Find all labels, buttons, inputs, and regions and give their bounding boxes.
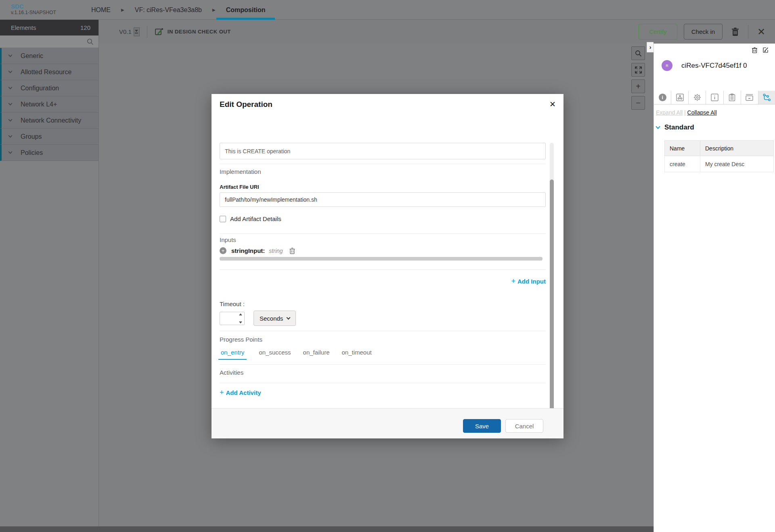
cell-name: create bbox=[665, 156, 700, 172]
canvas-search-button[interactable] bbox=[631, 46, 645, 60]
tab-composition[interactable] bbox=[671, 91, 689, 104]
delete-input-icon[interactable] bbox=[289, 248, 295, 254]
sidebar-item-groups[interactable]: Groups bbox=[0, 129, 98, 145]
inputs-section-label: Inputs bbox=[220, 236, 236, 243]
standard-section-header[interactable]: Standard bbox=[656, 123, 694, 131]
tab-settings[interactable] bbox=[689, 91, 706, 104]
certify-button[interactable]: Certify bbox=[639, 24, 677, 40]
sidebar-item-generic[interactable]: Generic bbox=[0, 48, 98, 64]
progress-tab-on-timeout[interactable]: on_timeout bbox=[341, 349, 371, 360]
modal-footer: Save Cancel bbox=[212, 408, 563, 438]
version-dropdown[interactable] bbox=[134, 27, 140, 36]
sdc-app: SDC v.1.16.1-SNAPSHOT HOME ▶ VF: ciRes-V… bbox=[0, 0, 775, 532]
spinner-down-icon[interactable] bbox=[239, 321, 242, 323]
tab-artifacts[interactable] bbox=[724, 91, 741, 104]
implementation-section-label: Implementation bbox=[220, 168, 261, 175]
canvas-fit-screen-button[interactable] bbox=[631, 63, 645, 77]
logo-title: SDC bbox=[11, 3, 56, 10]
in-design-icon bbox=[155, 27, 163, 36]
chevron-down-icon bbox=[8, 118, 13, 122]
column-header-description: Description bbox=[700, 141, 774, 156]
sidebar-item-network-l4[interactable]: Network L4+ bbox=[0, 96, 98, 113]
table-row[interactable]: create My create Desc bbox=[665, 156, 774, 172]
tab-details[interactable] bbox=[706, 91, 723, 104]
gear-icon bbox=[693, 94, 701, 101]
chevron-down-icon bbox=[8, 150, 13, 154]
elements-count: 120 bbox=[80, 24, 90, 31]
artifact-file-uri-label: Artifact File URI bbox=[220, 184, 259, 190]
operation-description-input[interactable] bbox=[220, 143, 546, 159]
search-icon bbox=[87, 38, 94, 45]
search-icon bbox=[635, 50, 642, 57]
collapse-all-link[interactable]: Collapse All bbox=[687, 109, 717, 116]
top-header: SDC v.1.16.1-SNAPSHOT HOME ▶ VF: ciRes-V… bbox=[0, 0, 775, 20]
component-title: ciRes-VFC7d45ef1f 0 bbox=[681, 62, 747, 70]
timeout-label: Timeout : bbox=[220, 300, 245, 307]
chevron-down-icon bbox=[656, 124, 660, 129]
check-in-button[interactable]: Check in bbox=[684, 24, 723, 40]
add-artifact-details-checkbox[interactable] bbox=[220, 216, 226, 222]
chevron-down-icon bbox=[8, 53, 13, 57]
panel-expander-button[interactable]: › bbox=[647, 42, 654, 52]
cancel-button[interactable]: Cancel bbox=[505, 419, 543, 433]
section-title: Standard bbox=[664, 123, 694, 131]
progress-tab-on-success[interactable]: on_success bbox=[259, 349, 291, 360]
archive-box-icon bbox=[746, 94, 753, 101]
spinner-up-icon[interactable] bbox=[239, 313, 242, 315]
sidebar-item-policies[interactable]: Policies bbox=[0, 145, 98, 161]
lifecycle-state-label: IN DESIGN CHECK OUT bbox=[168, 29, 231, 35]
save-button[interactable]: Save bbox=[463, 419, 501, 433]
breadcrumb-vf[interactable]: VF: ciRes-VFea3e3a8b bbox=[129, 0, 207, 20]
modal-title: Edit Operation bbox=[220, 100, 272, 109]
chevron-down-icon bbox=[8, 134, 13, 138]
tab-operations[interactable] bbox=[758, 91, 775, 104]
canvas-zoom-out-button[interactable]: − bbox=[631, 96, 645, 110]
breadcrumb-home[interactable]: HOME bbox=[86, 0, 116, 20]
tab-deployment[interactable] bbox=[741, 91, 758, 104]
component-details-panel: R ciRes-VFC7d45ef1f 0 i bbox=[654, 44, 775, 532]
fullscreen-icon bbox=[635, 67, 642, 73]
delete-icon[interactable] bbox=[731, 27, 739, 36]
chevron-down-icon bbox=[8, 102, 13, 106]
edit-operation-modal: Edit Operation ✕ Implementation Artifact… bbox=[212, 94, 563, 438]
expand-all-link[interactable]: Expand All bbox=[656, 109, 683, 116]
elements-search-input[interactable] bbox=[0, 35, 98, 48]
inputs-horizontal-scrollbar[interactable] bbox=[220, 257, 542, 261]
close-icon[interactable]: ✕ bbox=[547, 99, 558, 109]
sidebar-item-configuration[interactable]: Configuration bbox=[0, 80, 98, 96]
delete-component-icon[interactable] bbox=[752, 47, 757, 53]
sidebar-item-allotted-resource[interactable]: Allotted Resource bbox=[0, 64, 98, 80]
chevron-down-icon bbox=[8, 69, 13, 73]
modal-scrollbar-thumb[interactable] bbox=[550, 179, 554, 418]
logo-version: v.1.16.1-SNAPSHOT bbox=[11, 10, 56, 15]
sidebar-item-network-connectivity[interactable]: Network Connectivity bbox=[0, 113, 98, 129]
progress-tab-on-entry[interactable]: on_entry bbox=[218, 349, 247, 360]
avatar: R bbox=[662, 60, 672, 71]
cell-description: My create Desc bbox=[700, 156, 774, 172]
breadcrumb: HOME ▶ VF: ciRes-VFea3e3a8b ▶ Compositio… bbox=[86, 0, 271, 20]
clipboard-icon bbox=[729, 94, 735, 101]
artifact-file-uri-input[interactable] bbox=[220, 192, 546, 207]
input-type: string bbox=[269, 248, 283, 254]
expand-input-icon[interactable]: + bbox=[220, 247, 226, 254]
canvas-zoom-in-button[interactable]: + bbox=[631, 79, 645, 93]
workflow-icon bbox=[763, 94, 771, 101]
progress-tab-on-failure[interactable]: on_failure bbox=[303, 349, 330, 360]
breadcrumb-separator-icon: ▶ bbox=[116, 8, 129, 12]
add-artifact-details-label: Add Artifact Details bbox=[230, 215, 281, 222]
column-header-name: Name bbox=[665, 141, 700, 156]
tab-information[interactable]: i bbox=[654, 91, 671, 104]
add-input-button[interactable]: +Add Input bbox=[511, 277, 546, 286]
add-activity-button[interactable]: +Add Activity bbox=[220, 388, 261, 397]
progress-points-label: Progress Points bbox=[220, 336, 262, 343]
timeout-value-input[interactable] bbox=[220, 312, 245, 325]
sdc-logo[interactable]: SDC v.1.16.1-SNAPSHOT bbox=[11, 3, 56, 15]
edit-component-icon[interactable] bbox=[763, 47, 769, 53]
input-parameter-row: + stringInput: string bbox=[220, 247, 295, 254]
timeout-unit-dropdown[interactable]: Seconds bbox=[253, 311, 296, 326]
close-workspace-icon[interactable]: ✕ bbox=[757, 28, 765, 36]
breadcrumb-composition[interactable]: Composition bbox=[220, 0, 271, 20]
activities-section-label: Activities bbox=[220, 369, 243, 376]
footer-bar bbox=[0, 526, 654, 532]
info-icon: i bbox=[659, 94, 666, 101]
